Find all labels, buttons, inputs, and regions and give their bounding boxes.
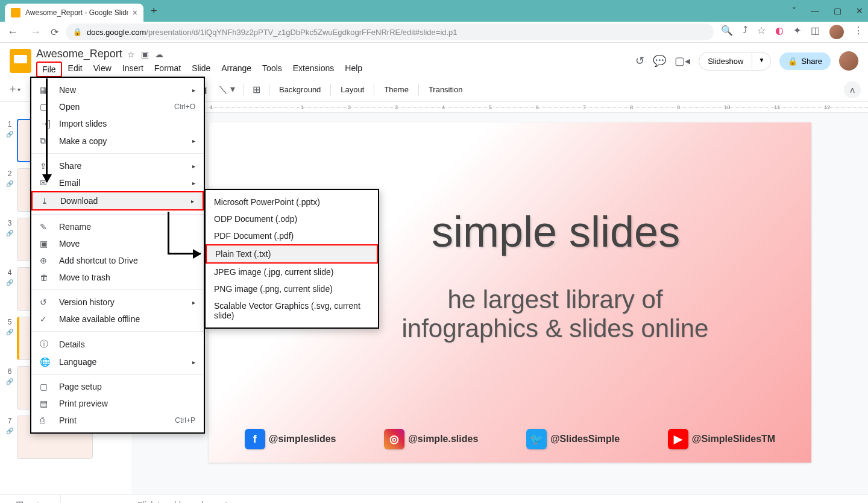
new-tab-button[interactable]: + (151, 5, 157, 17)
download-submenu: Microsoft PowerPoint (.pptx)ODP Document… (204, 189, 379, 329)
file-menu-make-a-copy[interactable]: ⧉Make a copy▸ (31, 132, 204, 150)
file-menu-make-available-offline[interactable]: ✓Make available offline (31, 311, 204, 327)
reload-button[interactable]: ⟳ (51, 27, 58, 38)
account-avatar[interactable] (839, 51, 858, 71)
menu-extensions[interactable]: Extensions (288, 62, 339, 77)
file-menu-import-slides[interactable]: →]Import slides (31, 115, 204, 132)
slideshow-dropdown-icon[interactable]: ▼ (752, 52, 770, 70)
file-menu-rename[interactable]: ✎Rename (31, 218, 204, 235)
social-tw: 🐦@SlidesSimple (526, 429, 620, 449)
present-video-icon[interactable]: ▢◂ (675, 54, 690, 68)
chevron-right-icon: ▸ (191, 198, 194, 204)
annotation-arrow (168, 212, 169, 253)
comments-icon[interactable]: 💬 (653, 54, 666, 68)
close-window-icon[interactable]: ✕ (856, 6, 863, 16)
url-bar[interactable]: 🔒 docs.google.com/presentation/d/1lQqYNF… (66, 24, 714, 40)
caret-down-icon[interactable]: ˅ (792, 6, 796, 16)
download-scalable[interactable]: Scalable Vector Graphics (.svg, current … (206, 297, 378, 324)
file-menu-email[interactable]: ✉Email▸ (31, 174, 204, 191)
menu-edit[interactable]: Edit (63, 62, 87, 77)
document-title[interactable]: Awesome_Report (36, 48, 122, 60)
menu-slide[interactable]: Slide (187, 62, 215, 77)
chevron-right-icon: ▸ (192, 138, 195, 144)
annotation-arrow (46, 78, 48, 182)
new-slide-button[interactable]: +▾ (7, 83, 23, 96)
menu-format[interactable]: Format (149, 62, 186, 77)
background-button[interactable]: Background (273, 81, 327, 98)
browser-titlebar: Awesome_Report - Google Slides × + ˅ — ▢… (0, 0, 868, 22)
download-png[interactable]: PNG image (.png, current slide) (206, 280, 378, 297)
download-odp[interactable]: ODP Document (.odp) (206, 210, 378, 227)
social-ig: ◎@simple.slides (384, 429, 478, 449)
share-url-icon[interactable]: ⤴ (743, 25, 747, 39)
layout-button[interactable]: Layout (335, 81, 370, 98)
history-icon[interactable]: ↺ (635, 54, 644, 68)
file-menu-language[interactable]: 🌐Language▸ (31, 353, 204, 370)
slideshow-button[interactable]: Slideshow ▼ (699, 52, 771, 71)
social-yt: ▶@SimpleSlidesTM (668, 429, 775, 449)
chevron-left-icon[interactable]: ‹ (36, 499, 39, 503)
slide-title: simple slides (432, 207, 680, 256)
file-menu-move[interactable]: ▣Move (31, 235, 204, 252)
menu-view[interactable]: View (89, 62, 116, 77)
speaker-notes[interactable]: Click to add speaker notes (60, 495, 868, 503)
file-menu-add-shortcut-to-drive[interactable]: ⊕Add shortcut to Drive (31, 252, 204, 269)
menu-insert[interactable]: Insert (118, 62, 148, 77)
puzzle-icon[interactable]: ✦ (793, 25, 801, 39)
browser-profile-avatar[interactable] (829, 25, 844, 39)
ig-icon: ◎ (384, 429, 404, 449)
url-text: docs.google.com/presentation/d/1lQqYNFh3… (87, 28, 458, 37)
close-tab-icon[interactable]: × (133, 8, 137, 17)
file-menu-share[interactable]: ⇪Share▸ (31, 157, 204, 174)
browser-menu-icon[interactable]: ⋮ (854, 25, 863, 39)
file-menu-page-setup[interactable]: ▢Page setup (31, 378, 204, 395)
grid-view-icon[interactable]: ⊞ (16, 499, 24, 503)
file-menu-move-to-trash[interactable]: 🗑Move to trash (31, 269, 204, 286)
browser-toolbar: ← → ⟳ 🔒 docs.google.com/presentation/d/1… (0, 22, 868, 43)
sidepanel-icon[interactable]: ◫ (811, 25, 820, 39)
share-button[interactable]: 🔒 Share (779, 52, 831, 70)
file-menu-print-preview[interactable]: ▤Print preview (31, 395, 204, 412)
file-menu-details[interactable]: ⓘDetails (31, 335, 204, 353)
textbox-icon[interactable]: ⊞ (248, 80, 265, 99)
menu-arrange[interactable]: Arrange (216, 62, 256, 77)
cloud-status-icon[interactable]: ☁ (155, 49, 163, 59)
file-menu-print[interactable]: ⎙PrintCtrl+P (31, 412, 204, 429)
ruler: 112345678910111213 (133, 102, 868, 113)
file-menu-open[interactable]: ▢OpenCtrl+O (31, 98, 204, 115)
download-pdf[interactable]: PDF Document (.pdf) (206, 227, 378, 244)
maximize-icon[interactable]: ▢ (834, 6, 841, 16)
chevron-right-icon: ▸ (192, 180, 195, 186)
file-menu-new[interactable]: ▦New▸ (31, 81, 204, 98)
slides-logo[interactable] (10, 49, 31, 73)
menu-tools[interactable]: Tools (257, 62, 287, 77)
slides-header: Awesome_Report ☆ ▣ ☁ FileEditViewInsertF… (0, 43, 868, 78)
bookmark-icon[interactable]: ☆ (757, 25, 766, 39)
collapse-toolbar-icon[interactable]: ʌ (844, 81, 861, 98)
transition-button[interactable]: Transition (423, 81, 469, 98)
file-menu-download[interactable]: ⤓Download▸ (31, 191, 204, 210)
menu-help[interactable]: Help (340, 62, 367, 77)
chevron-right-icon: ▸ (192, 299, 195, 306)
theme-button[interactable]: Theme (378, 81, 414, 98)
file-menu-version-history[interactable]: ↺Version history▸ (31, 294, 204, 311)
file-menu-dropdown: ▦New▸▢OpenCtrl+O→]Import slides⧉Make a c… (30, 77, 205, 434)
download-jpeg[interactable]: JPEG image (.jpg, current slide) (206, 264, 378, 280)
zoom-icon[interactable]: 🔍 (721, 25, 733, 39)
extension-icon[interactable]: ◐ (775, 25, 784, 39)
annotation-arrow (168, 253, 201, 255)
chevron-right-icon: ▸ (192, 163, 195, 169)
menu-file[interactable]: File (36, 62, 62, 77)
social-row: f@simpleslides◎@simple.slides🐦@SlidesSim… (221, 429, 799, 449)
minimize-icon[interactable]: — (811, 6, 819, 16)
download-microsoft[interactable]: Microsoft PowerPoint (.pptx) (206, 194, 378, 210)
download-plain[interactable]: Plain Text (.txt) (206, 244, 378, 264)
tw-icon: 🐦 (526, 429, 547, 449)
move-folder-icon[interactable]: ▣ (141, 49, 149, 59)
back-button[interactable]: ← (5, 26, 20, 39)
line-icon[interactable]: ＼ ▾ (213, 80, 240, 100)
forward-button[interactable]: → (28, 26, 43, 39)
star-icon[interactable]: ☆ (127, 49, 135, 59)
browser-tab[interactable]: Awesome_Report - Google Slides × (5, 4, 143, 22)
slides-favicon (11, 8, 20, 17)
